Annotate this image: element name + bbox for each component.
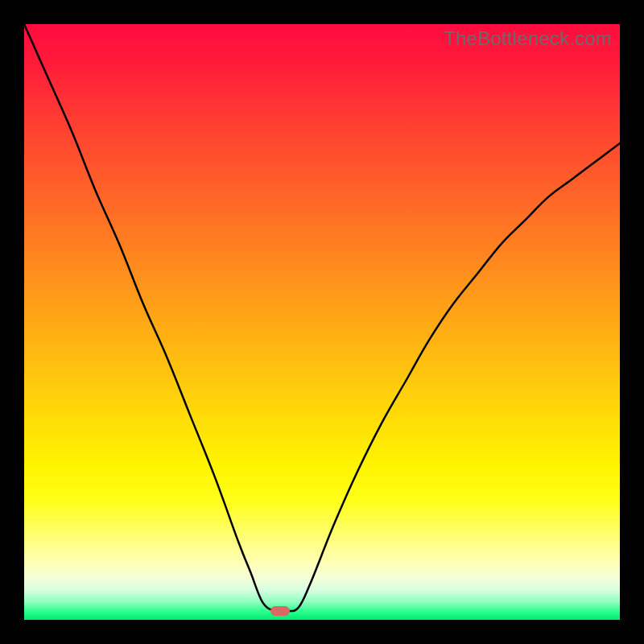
minimum-marker xyxy=(270,606,290,616)
bottleneck-curve xyxy=(24,24,620,620)
chart-frame: TheBottleneck.com xyxy=(0,0,644,644)
plot-area: TheBottleneck.com xyxy=(24,24,620,620)
